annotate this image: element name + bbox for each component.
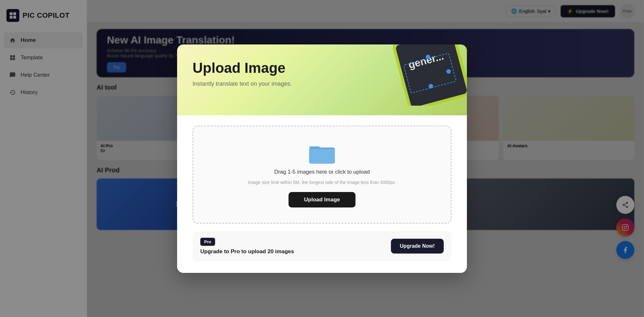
close-icon: ×	[451, 52, 456, 62]
upload-zone[interactable]: Drag 1-5 images here or click to upload …	[193, 126, 451, 224]
app-wrapper: PIC COPILOT Home Template Help Center	[0, 0, 644, 317]
folder-icon	[309, 142, 335, 164]
pro-text: Upgrade to Pro to upload 20 images	[200, 248, 294, 255]
modal-subtitle: Instantly translate text on your images.	[193, 81, 451, 87]
svg-rect-12	[309, 149, 335, 164]
pro-info: Pro Upgrade to Pro to upload 20 images	[200, 238, 294, 255]
upload-image-button[interactable]: Upload Image	[289, 192, 355, 207]
pro-upgrade-bar: Pro Upgrade to Pro to upload 20 images U…	[193, 231, 451, 261]
close-button[interactable]: ×	[448, 51, 460, 64]
pro-badge: Pro	[200, 238, 215, 246]
upload-zone-subtitle: Image size limit within 5M, the longest …	[248, 180, 396, 185]
modal-header: gener... Upload Image Instantly translat…	[177, 44, 467, 115]
modal-title: Upload Image	[193, 60, 451, 76]
upload-zone-title: Drag 1-5 images here or click to upload	[274, 169, 370, 175]
folder-svg	[309, 142, 335, 164]
upload-modal: × gener...	[177, 44, 467, 273]
upgrade-now-button[interactable]: Upgrade Now!	[391, 239, 444, 254]
modal-overlay[interactable]: × gener...	[0, 0, 644, 317]
modal-body: Drag 1-5 images here or click to upload …	[177, 115, 467, 273]
